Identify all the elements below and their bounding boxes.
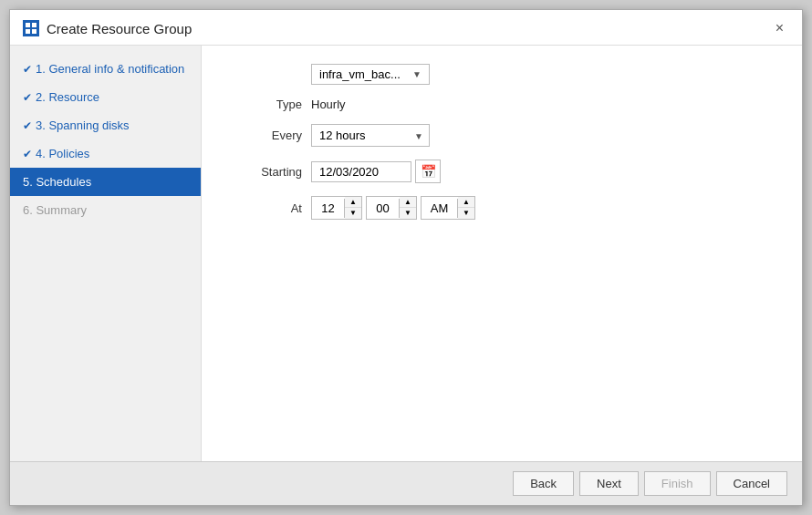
schedules-form: infra_vm_bac... ▼ Type Hourly Every 1 ho… — [238, 64, 765, 220]
dialog-title: Create Resource Group — [47, 21, 192, 36]
minute-up-button[interactable]: ▲ — [400, 197, 416, 208]
type-value: Hourly — [311, 98, 346, 111]
sidebar-item-policies[interactable]: ✔ 4. Policies — [10, 139, 201, 168]
sidebar-item-spanning[interactable]: ✔ 3. Spanning disks — [10, 111, 201, 139]
schedule-dropdown-label: infra_vm_bac... — [319, 67, 401, 81]
sidebar-label-spanning: 3. Spanning disks — [36, 118, 130, 132]
sidebar-label-schedules: 5. Schedules — [23, 175, 91, 189]
next-button[interactable]: Next — [579, 471, 639, 496]
check-icon-policies: ✔ — [23, 148, 32, 160]
calendar-icon: 📅 — [421, 164, 436, 179]
svg-rect-0 — [26, 23, 30, 27]
back-button[interactable]: Back — [513, 471, 574, 496]
sidebar-label-resource: 2. Resource — [36, 90, 99, 104]
every-row: Every 1 hour 2 hours 4 hours 6 hours 8 h… — [238, 124, 765, 147]
check-icon-resource: ✔ — [23, 91, 32, 104]
sidebar-label-policies: 4. Policies — [36, 147, 89, 160]
sidebar-item-general[interactable]: ✔ 1. General info & notification — [10, 55, 201, 83]
ampm-spinner: AM ▲ ▼ — [421, 196, 475, 220]
main-content: infra_vm_bac... ▼ Type Hourly Every 1 ho… — [202, 46, 802, 461]
finish-button[interactable]: Finish — [644, 471, 711, 496]
svg-rect-3 — [32, 29, 36, 34]
dialog-title-area: Create Resource Group — [23, 20, 192, 36]
dropdown-arrow-icon: ▼ — [412, 69, 422, 79]
hour-spinner-btns: ▲ ▼ — [345, 197, 361, 219]
check-icon-spanning: ✔ — [23, 119, 32, 132]
dialog-footer: Back Next Finish Cancel — [10, 461, 802, 505]
starting-label: Starting — [238, 165, 302, 179]
every-select-container[interactable]: 1 hour 2 hours 4 hours 6 hours 8 hours 1… — [311, 124, 430, 147]
sidebar-label-summary: 6. Summary — [23, 203, 87, 217]
hour-up-button[interactable]: ▲ — [345, 197, 361, 208]
every-label: Every — [238, 129, 302, 142]
ampm-down-button[interactable]: ▼ — [458, 208, 474, 219]
cancel-button[interactable]: Cancel — [716, 471, 787, 496]
app-icon — [23, 20, 39, 36]
minute-value: 00 — [367, 199, 400, 218]
check-icon-general: ✔ — [23, 63, 32, 76]
starting-row: Starting 📅 — [238, 160, 765, 183]
close-button[interactable]: × — [770, 19, 789, 37]
hour-spinner: 12 ▲ ▼ — [311, 196, 362, 220]
hour-value: 12 — [312, 199, 345, 218]
sidebar-item-schedules[interactable]: 5. Schedules — [10, 168, 201, 196]
date-input[interactable] — [311, 161, 411, 182]
sidebar-item-resource[interactable]: ✔ 2. Resource — [10, 83, 201, 111]
every-select-arrow-icon: ▼ — [414, 130, 423, 140]
schedule-dropdown[interactable]: infra_vm_bac... ▼ — [311, 64, 430, 85]
minute-spinner-btns: ▲ ▼ — [400, 197, 416, 219]
calendar-button[interactable]: 📅 — [415, 160, 441, 183]
type-label: Type — [238, 98, 302, 111]
at-label: At — [238, 201, 302, 215]
sidebar-item-summary: 6. Summary — [10, 196, 201, 224]
minute-spinner: 00 ▲ ▼ — [366, 196, 417, 220]
schedule-row: infra_vm_bac... ▼ — [238, 64, 765, 85]
hour-down-button[interactable]: ▼ — [345, 208, 361, 219]
sidebar-label-general: 1. General info & notification — [36, 62, 184, 76]
create-resource-group-dialog: Create Resource Group × ✔ 1. General inf… — [9, 9, 803, 506]
sidebar: ✔ 1. General info & notification ✔ 2. Re… — [10, 46, 202, 461]
svg-rect-2 — [26, 29, 30, 34]
ampm-spinner-btns: ▲ ▼ — [458, 197, 474, 219]
minute-down-button[interactable]: ▼ — [400, 208, 416, 219]
type-row: Type Hourly — [238, 98, 765, 111]
dialog-header: Create Resource Group × — [10, 10, 802, 46]
date-input-group: 📅 — [311, 160, 441, 183]
at-row: At 12 ▲ ▼ 00 — [238, 196, 765, 220]
svg-rect-1 — [32, 23, 36, 27]
ampm-up-button[interactable]: ▲ — [458, 197, 474, 208]
dialog-body: ✔ 1. General info & notification ✔ 2. Re… — [10, 46, 802, 461]
ampm-value: AM — [422, 199, 458, 218]
time-group: 12 ▲ ▼ 00 ▲ ▼ — [311, 196, 475, 220]
every-select[interactable]: 1 hour 2 hours 4 hours 6 hours 8 hours 1… — [319, 125, 411, 146]
